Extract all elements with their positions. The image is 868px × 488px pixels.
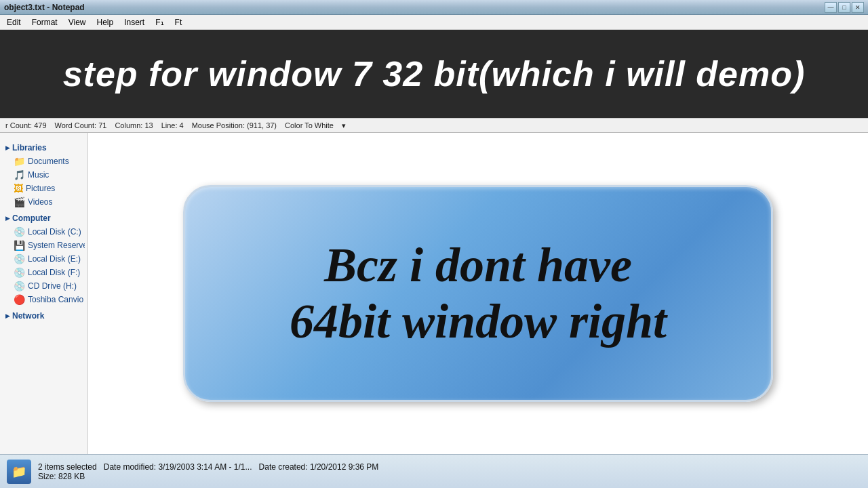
date-modified-label: Date modified: 3/19/2003 3:14 AM - 1/1..…: [104, 462, 252, 472]
sidebar-item-cd-drive[interactable]: 💿 CD Drive (H:): [3, 279, 85, 293]
cd-drive-icon: 💿: [14, 281, 25, 291]
libraries-icon: ▸: [5, 143, 9, 152]
sidebar-section-network[interactable]: ▸ Network: [3, 310, 85, 321]
size-info: Size: 828 KB: [38, 472, 378, 481]
sidebar-item-pictures[interactable]: 🖼 Pictures: [3, 182, 85, 195]
blue-box-line2: 64bit window right: [290, 294, 667, 348]
size-label: Size: 828 KB: [38, 472, 85, 481]
sidebar-item-toshiba[interactable]: 🔴 Toshiba Canvio Har: [3, 293, 85, 306]
sidebar-section-libraries[interactable]: ▸ Libraries: [3, 142, 85, 153]
menu-view[interactable]: View: [64, 16, 90, 28]
sidebar-section-computer[interactable]: ▸ Computer: [3, 213, 85, 224]
computer-icon: ▸: [5, 214, 9, 223]
menu-ft[interactable]: Ft: [171, 16, 186, 28]
disk-d-icon: 💾: [14, 240, 25, 251]
notepad-content-area: step for window 7 32 bit(which i will de…: [0, 30, 868, 118]
maximize-button[interactable]: □: [838, 2, 850, 13]
color-dropdown-arrow[interactable]: ▾: [342, 121, 346, 130]
local-disk-c-label: Local Disk (C:): [28, 227, 81, 237]
folder-selection-icon: 📁: [7, 460, 31, 484]
menu-edit[interactable]: Edit: [3, 16, 25, 28]
music-icon: 🎵: [14, 169, 25, 180]
menu-f1[interactable]: F₁: [151, 16, 167, 28]
window-title: object3.txt - Notepad: [4, 3, 85, 12]
items-selected-label: 2 items selected: [38, 462, 97, 472]
explorer-area: ▸ Libraries 📁 Documents 🎵 Music 🖼 Pictur…: [0, 133, 868, 454]
folder-icon: 📁: [14, 156, 25, 167]
documents-label: Documents: [28, 157, 69, 166]
notepad-statusbar: r Count: 479 Word Count: 71 Column: 13 L…: [0, 118, 868, 133]
sidebar-item-music[interactable]: 🎵 Music: [3, 168, 85, 182]
menu-insert[interactable]: Insert: [120, 16, 149, 28]
disk-e-icon: 💿: [14, 253, 25, 264]
menu-help[interactable]: Help: [93, 16, 118, 28]
char-count: r Count: 479: [5, 121, 47, 129]
local-disk-e-label: Local Disk (E:): [28, 254, 81, 264]
network-expand-icon: ▸: [5, 311, 9, 321]
word-count: Word Count: 71: [55, 121, 107, 129]
main-content: Bcz i dont have 64bit window right: [88, 133, 868, 454]
menu-format[interactable]: Format: [28, 16, 62, 28]
notepad-text: step for window 7 32 bit(which i will de…: [63, 54, 806, 94]
disk-f-icon: 💿: [14, 267, 25, 278]
sidebar-item-local-disk-f[interactable]: 💿 Local Disk (F:): [3, 266, 85, 279]
bottom-statusbar: 📁 2 items selected Date modified: 3/19/2…: [0, 454, 868, 488]
close-button[interactable]: ✕: [852, 2, 864, 13]
local-disk-f-label: Local Disk (F:): [28, 268, 80, 277]
videos-label: Videos: [28, 197, 52, 207]
music-label: Music: [28, 170, 49, 180]
blue-rounded-box: Bcz i dont have 64bit window right: [183, 185, 773, 402]
sidebar-item-documents[interactable]: 📁 Documents: [3, 155, 85, 168]
network-label: Network: [12, 311, 44, 321]
cd-drive-label: CD Drive (H:): [28, 281, 77, 291]
menu-bar: Edit Format View Help Insert F₁ Ft: [0, 15, 868, 30]
date-created-label: Date created: 1/20/2012 9:36 PM: [259, 462, 379, 472]
bottom-info-block: 2 items selected Date modified: 3/19/200…: [38, 462, 378, 481]
sidebar: ▸ Libraries 📁 Documents 🎵 Music 🖼 Pictur…: [0, 133, 88, 454]
line-indicator: Line: 4: [161, 121, 184, 129]
column-indicator: Column: 13: [115, 121, 153, 129]
notepad-titlebar: object3.txt - Notepad — □ ✕: [0, 0, 868, 15]
pictures-icon: 🖼: [14, 183, 23, 194]
window-controls: — □ ✕: [825, 2, 864, 13]
libraries-label: Libraries: [12, 143, 47, 152]
pictures-label: Pictures: [26, 184, 55, 193]
color-setting[interactable]: Color To White: [285, 121, 334, 129]
disk-c-icon: 💿: [14, 226, 25, 237]
sidebar-item-local-disk-c[interactable]: 💿 Local Disk (C:): [3, 225, 85, 239]
sidebar-item-local-disk-e[interactable]: 💿 Local Disk (E:): [3, 252, 85, 266]
usb-icon: 🔴: [14, 294, 25, 305]
items-selected-info: 2 items selected Date modified: 3/19/200…: [38, 462, 378, 472]
blue-box-line1: Bcz i dont have: [324, 238, 632, 292]
toshiba-label: Toshiba Canvio Har: [28, 295, 85, 304]
computer-label: Computer: [12, 214, 51, 223]
sidebar-item-videos[interactable]: 🎬 Videos: [3, 195, 85, 209]
videos-icon: 🎬: [14, 197, 25, 207]
sidebar-item-system-reserved[interactable]: 💾 System Reserved (D:): [3, 239, 85, 252]
blue-box-text: Bcz i dont have 64bit window right: [290, 237, 667, 350]
mouse-position: Mouse Position: (911, 37): [192, 121, 277, 129]
minimize-button[interactable]: —: [825, 2, 837, 13]
system-reserved-label: System Reserved (D:): [28, 241, 85, 250]
